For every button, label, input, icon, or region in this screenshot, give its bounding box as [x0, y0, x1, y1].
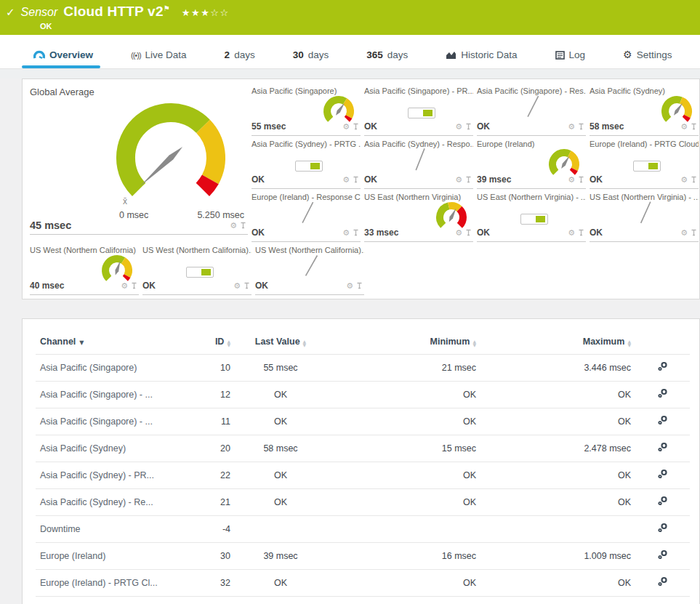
tab-30-days[interactable]: 30days [293, 44, 329, 68]
channel-ok-indicator [295, 161, 323, 172]
edit-channel-icon[interactable] [635, 489, 690, 516]
edit-channel-icon[interactable] [635, 516, 690, 543]
global-average-cell[interactable]: Global Average x̄ 0 msec 5.250 msec 45 m… [30, 85, 248, 235]
channel-needle [290, 249, 331, 286]
gear-icon[interactable]: ⚙ [680, 123, 688, 131]
pin-icon[interactable] [465, 120, 472, 133]
channel-gauge-cell[interactable]: Asia Pacific (Sydney)58 msec⚙ [590, 85, 699, 136]
channel-gauge-cell[interactable]: Asia Pacific (Singapore)55 msec⚙ [252, 85, 361, 136]
tab-live-data[interactable]: ((•)) Live Data [131, 44, 187, 68]
channel-value: 55 msec [252, 121, 286, 132]
channel-gauge-cell[interactable]: Asia Pacific (Singapore) - Res...OK⚙ [477, 85, 586, 136]
cell-channel: Asia Pacific (Sydney) [36, 435, 190, 462]
gear-icon[interactable]: ⚙ [121, 282, 128, 290]
channel-gauge-cell[interactable]: US West (Northern California)...OK⚙ [142, 244, 252, 295]
pin-icon[interactable] [578, 173, 584, 186]
gear-icon[interactable]: ⚙ [455, 229, 462, 237]
edit-channel-icon[interactable] [635, 355, 690, 382]
gear-icon: ⚙ [623, 49, 632, 60]
pin-icon[interactable] [691, 120, 697, 133]
col-header-id[interactable]: ID▲▼ [190, 326, 235, 355]
channel-gauge-cell[interactable]: US East (Northern Virginia)33 msec⚙ [364, 191, 473, 242]
channel-gauge-cell[interactable]: Asia Pacific (Sydney) - Respo...OK⚙ [364, 138, 473, 189]
pin-icon[interactable] [691, 173, 697, 186]
pin-icon[interactable] [578, 226, 584, 239]
pin-icon[interactable] [131, 279, 137, 292]
pin-icon[interactable] [353, 120, 359, 133]
pin-icon[interactable] [578, 120, 584, 133]
tab-2-days[interactable]: 2days [225, 44, 255, 68]
gear-icon[interactable]: ⚙ [455, 123, 462, 131]
table-row[interactable]: Europe (Ireland) - Respon...31OKOKOK [36, 597, 690, 604]
cell-last-value: 58 msec [235, 435, 316, 462]
channel-gauge-cell[interactable]: Asia Pacific (Singapore) - PR...OK⚙ [364, 85, 473, 136]
channel-gauge-cell[interactable]: Asia Pacific (Sydney) - PRTG ...OK⚙ [252, 138, 361, 189]
col-header-maximum[interactable]: Maximum▲▼ [480, 326, 635, 355]
table-row[interactable]: Europe (Ireland)3039 msec16 msec1.009 ms… [36, 543, 690, 570]
gear-icon[interactable]: ⚙ [342, 123, 350, 131]
table-row[interactable]: Asia Pacific (Singapore)1055 msec21 msec… [36, 355, 690, 382]
flag-icon[interactable]: ⚑ [164, 4, 170, 12]
edit-channel-icon[interactable] [635, 570, 690, 597]
table-row[interactable]: Asia Pacific (Singapore) - ...12OKOKOK [36, 382, 690, 408]
col-header-last-value[interactable]: Last Value▲▼ [235, 326, 316, 355]
gear-icon[interactable]: ⚙ [230, 222, 237, 230]
channel-gauge-cell[interactable]: US East (Northern Virginia) - ...OK⚙ [477, 191, 586, 242]
table-row[interactable]: Asia Pacific (Sydney) - Re...21OKOKOK [36, 489, 690, 516]
pin-icon[interactable] [353, 226, 359, 239]
gear-icon[interactable]: ⚙ [568, 229, 575, 237]
sort-desc-icon: ▼ [79, 339, 84, 346]
channel-gauge-cell[interactable]: Europe (Ireland) - Response C...OK⚙ [252, 191, 361, 242]
edit-channel-icon[interactable] [635, 435, 690, 462]
table-row[interactable]: Europe (Ireland) - PRTG Cl...32OKOKOK [36, 570, 690, 597]
gear-icon[interactable]: ⚙ [233, 282, 241, 290]
tab-overview[interactable]: Overview [33, 44, 93, 68]
priority-stars[interactable]: ★★★☆☆ [182, 7, 230, 18]
pin-icon[interactable] [691, 226, 697, 239]
edit-channel-icon[interactable] [635, 382, 690, 408]
channel-gauge-cell[interactable]: US West (Northern California)40 msec⚙ [30, 244, 139, 295]
pin-icon[interactable] [240, 219, 246, 232]
cell-last-value: 39 msec [235, 543, 316, 570]
channel-ok-indicator [633, 161, 661, 172]
gear-icon[interactable]: ⚙ [342, 229, 350, 237]
table-row[interactable]: Downtime-4 [36, 516, 690, 543]
table-row[interactable]: Asia Pacific (Sydney)2058 msec15 msec2.4… [36, 435, 690, 462]
channel-value: OK [364, 121, 377, 132]
channel-gauge-cell[interactable]: US East (Northern Virginia) - ...OK⚙ [590, 191, 699, 242]
gear-icon[interactable]: ⚙ [568, 123, 575, 131]
channel-value: OK [590, 174, 603, 185]
tab-log[interactable]: Log [555, 44, 586, 68]
edit-channel-icon[interactable] [635, 543, 690, 570]
gear-icon[interactable]: ⚙ [455, 176, 462, 184]
channel-gauge-cell[interactable]: Europe (Ireland)39 msec⚙ [477, 138, 586, 189]
edit-channel-icon[interactable] [635, 597, 690, 604]
gear-icon[interactable]: ⚙ [680, 176, 688, 184]
gear-icon[interactable]: ⚙ [342, 176, 350, 184]
gear-icon[interactable]: ⚙ [568, 176, 575, 184]
channel-gauge-cell[interactable]: US West (Northern California)...OK⚙ [255, 244, 364, 295]
channel-title: Asia Pacific (Singapore) - PR... [364, 85, 473, 95]
cell-channel: Asia Pacific (Singapore) [36, 355, 190, 382]
tab-365-days[interactable]: 365days [366, 44, 408, 68]
pin-icon[interactable] [465, 226, 472, 239]
cell-maximum: 2.478 msec [480, 435, 635, 462]
cell-id: 21 [190, 489, 235, 516]
edit-channel-icon[interactable] [635, 462, 690, 489]
channel-gauge-cell[interactable]: Europe (Ireland) - PRTG Cloud...OK⚙ [590, 138, 699, 189]
pin-icon[interactable] [353, 173, 359, 186]
col-header-minimum[interactable]: Minimum▲▼ [316, 326, 480, 355]
gear-icon[interactable]: ⚙ [680, 229, 688, 237]
col-header-channel[interactable]: Channel▼ [36, 326, 190, 355]
edit-channel-icon[interactable] [635, 408, 690, 435]
log-icon [555, 51, 565, 60]
table-row[interactable]: Asia Pacific (Sydney) - PR...22OKOKOK [36, 462, 690, 489]
pin-icon[interactable] [465, 173, 472, 186]
tab-historic-data[interactable]: Historic Data [446, 44, 517, 68]
pin-icon[interactable] [356, 279, 363, 292]
cell-channel: Europe (Ireland) [36, 543, 190, 570]
gear-icon[interactable]: ⚙ [346, 282, 353, 290]
pin-icon[interactable] [244, 279, 250, 292]
table-row[interactable]: Asia Pacific (Singapore) - ...11OKOKOK [36, 408, 690, 435]
tab-settings[interactable]: ⚙ Settings [623, 43, 672, 68]
